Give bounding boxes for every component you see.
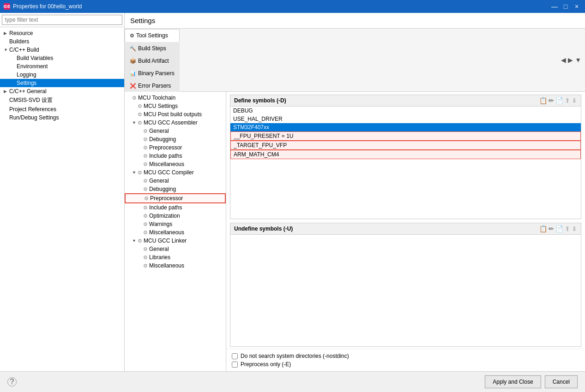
- nav-back-icon[interactable]: ◀: [561, 56, 566, 64]
- tab-build-steps[interactable]: 🔨Build Steps: [125, 42, 180, 54]
- tool-tree-label: Optimization: [149, 213, 180, 219]
- sidebar-item-run-debug[interactable]: Run/Debug Settings: [0, 113, 124, 122]
- tool-tree-item-linker-miscellaneous[interactable]: ⚙ Miscellaneous: [125, 261, 226, 270]
- tab-build-artifact[interactable]: 📦Build Artifact: [125, 54, 180, 67]
- tool-tree-icon: ⚙: [132, 95, 137, 101]
- tab-label: Binary Parsers: [138, 70, 175, 77]
- edit-define-btn[interactable]: ✏: [549, 97, 554, 104]
- undefine-symbols-toolbar: 📋 ✏ 📄 ⬆ ⬇: [539, 225, 577, 232]
- tab-label: Error Parsers: [138, 83, 171, 89]
- sidebar-item-settings[interactable]: Settings: [0, 79, 124, 87]
- tool-tree-item-linker-libraries[interactable]: ⚙ Libraries: [125, 253, 226, 261]
- tab-icon: ❌: [130, 83, 136, 89]
- tool-tree-panel: ⚙ MCU Toolchain ⚙ MCU Settings ⚙ MCU Pos…: [125, 92, 226, 371]
- inner-content: ⚙ MCU Toolchain ⚙ MCU Settings ⚙ MCU Pos…: [125, 92, 585, 371]
- minimize-button[interactable]: —: [550, 3, 559, 10]
- tool-tree-label: MCU GCC Compiler: [144, 169, 194, 176]
- tool-tree-icon: ⚙: [143, 178, 148, 184]
- tool-tree-item-gcc-preprocessor[interactable]: ⚙ Preprocessor: [125, 193, 226, 203]
- help-icon[interactable]: ?: [7, 377, 17, 386]
- undefine-symbols-title: Undefine symbols (-U): [234, 226, 293, 232]
- nav-menu-icon[interactable]: ▼: [575, 56, 581, 64]
- checkbox-preprocess-only[interactable]: [232, 362, 238, 368]
- down-define-btn[interactable]: ⬇: [572, 97, 577, 104]
- tree-container: ▶ Resource Builders ▼ C/C++ Build Build …: [0, 27, 124, 371]
- close-button[interactable]: ×: [572, 3, 581, 10]
- checkbox-no-system-dir[interactable]: [232, 353, 238, 359]
- tool-tree-item-asm-preprocessor[interactable]: ⚙ Preprocessor: [125, 143, 226, 152]
- checkbox-row-preprocess-only: Preprocess only (-E): [232, 360, 579, 368]
- delete-define-btn[interactable]: 📄: [555, 97, 563, 104]
- settings-title: Settings: [125, 13, 585, 29]
- define-item-arm-math-cm4[interactable]: ARM_MATH_CM4: [230, 150, 581, 159]
- tab-binary-parsers[interactable]: 📊Binary Parsers: [125, 67, 180, 79]
- tool-tree-icon: ⚙: [143, 213, 148, 219]
- tool-tree-item-gcc-miscellaneous[interactable]: ⚙ Miscellaneous: [125, 228, 226, 237]
- sidebar-item-cmsis-svd[interactable]: CMSIS-SVD 设置: [0, 95, 124, 105]
- sidebar-item-project-references[interactable]: Project References: [0, 105, 124, 113]
- filter-input[interactable]: [2, 15, 122, 25]
- tool-tree-label: Preprocessor: [150, 195, 183, 202]
- cancel-button[interactable]: Cancel: [545, 375, 578, 388]
- add-undefine-btn[interactable]: 📋: [539, 225, 547, 232]
- define-item-target-fpu-vfp[interactable]: _TARGET_FPU_VFP: [230, 141, 581, 150]
- sidebar-item-cpp-build[interactable]: ▼ C/C++ Build: [0, 46, 124, 54]
- settings-panel: Settings ⚙Tool Settings🔨Build Steps📦Buil…: [125, 13, 585, 371]
- define-item-use-hal-driver[interactable]: USE_HAL_DRIVER: [230, 115, 581, 123]
- tool-tree-item-linker-general[interactable]: ⚙ General: [125, 245, 226, 253]
- tool-tree-icon: ⚙: [143, 263, 148, 269]
- action-buttons: Apply and Close Cancel: [485, 375, 578, 388]
- tree-label: Settings: [17, 80, 36, 86]
- tool-tree-icon: ⚙: [144, 196, 149, 202]
- maximize-button[interactable]: □: [561, 3, 570, 10]
- define-item-debug[interactable]: DEBUG: [230, 107, 581, 115]
- tree-label: Build Variables: [17, 55, 53, 61]
- delete-undefine-btn[interactable]: 📄: [555, 225, 563, 232]
- tool-tree-label: Miscellaneous: [149, 262, 184, 269]
- define-item-stm32f407xx[interactable]: STM32F407xx: [230, 123, 581, 131]
- tab-tool-settings[interactable]: ⚙Tool Settings: [125, 29, 180, 42]
- tool-tree-icon: ⚙: [143, 153, 148, 159]
- tool-tree-icon: ⚙: [143, 186, 148, 192]
- tool-tree-item-mcu-gcc-compiler[interactable]: ▼ ⚙ MCU GCC Compiler: [125, 168, 226, 177]
- tool-tree-item-mcu-post-build[interactable]: ⚙ MCU Post build outputs: [125, 110, 226, 119]
- tab-error-parsers[interactable]: ❌Error Parsers: [125, 79, 180, 92]
- sidebar-item-logging[interactable]: Logging: [0, 71, 124, 79]
- window-title: Properties for 00hello_world: [13, 3, 82, 10]
- sidebar-item-environment[interactable]: Environment: [0, 62, 124, 71]
- tool-tree-item-gcc-debugging[interactable]: ⚙ Debugging: [125, 185, 226, 193]
- tool-tree-icon: ⚙: [138, 170, 142, 176]
- tool-tree-label: MCU Toolchain: [138, 95, 175, 101]
- edit-undefine-btn[interactable]: ✏: [549, 225, 554, 232]
- tool-tree-item-mcu-gcc-linker[interactable]: ▼ ⚙ MCU GCC Linker: [125, 237, 226, 245]
- tool-tree-item-mcu-settings[interactable]: ⚙ MCU Settings: [125, 102, 226, 110]
- tool-tree-item-asm-general[interactable]: ⚙ General: [125, 127, 226, 135]
- define-symbols-list: DEBUGUSE_HAL_DRIVERSTM32F407xx__FPU_PRES…: [230, 107, 581, 219]
- tool-tree-item-asm-include-paths[interactable]: ⚙ Include paths: [125, 152, 226, 160]
- define-item-fpu-present[interactable]: __FPU_PRESENT = 1U: [230, 131, 581, 141]
- down-undefine-btn[interactable]: ⬇: [572, 225, 577, 232]
- tool-tree-item-gcc-general[interactable]: ⚙ General: [125, 177, 226, 185]
- tool-tree-item-mcu-toolchain[interactable]: ⚙ MCU Toolchain: [125, 94, 226, 102]
- tool-tree-item-gcc-warnings[interactable]: ⚙ Warnings: [125, 220, 226, 228]
- tool-tree-item-asm-miscellaneous[interactable]: ⚙ Miscellaneous: [125, 160, 226, 168]
- tool-tree-item-mcu-gcc-assembler[interactable]: ▼ ⚙ MCU GCC Assembler: [125, 119, 226, 127]
- up-undefine-btn[interactable]: ⬆: [565, 225, 570, 232]
- sidebar-item-builders[interactable]: Builders: [0, 37, 124, 46]
- define-symbols-section: Define symbols (-D) 📋 ✏ 📄 ⬆ ⬇ DEBUGUSE_H…: [230, 95, 581, 219]
- tool-tree-item-gcc-optimization[interactable]: ⚙ Optimization: [125, 212, 226, 220]
- up-define-btn[interactable]: ⬆: [565, 97, 570, 104]
- sidebar-item-cpp-general[interactable]: ▶ C/C++ General: [0, 87, 124, 95]
- undefine-symbols-section: Undefine symbols (-U) 📋 ✏ 📄 ⬆ ⬇: [230, 223, 581, 347]
- nav-forward-icon[interactable]: ▶: [568, 56, 573, 64]
- sidebar-item-resource[interactable]: ▶ Resource: [0, 29, 124, 37]
- tool-tree-item-asm-debugging[interactable]: ⚙ Debugging: [125, 135, 226, 143]
- tab-icon: 📊: [130, 71, 136, 77]
- tool-tree-item-gcc-include-paths[interactable]: ⚙ Include paths: [125, 203, 226, 212]
- detail-panel: Define symbols (-D) 📋 ✏ 📄 ⬆ ⬇ DEBUGUSE_H…: [226, 92, 585, 371]
- tab-icon: 🔨: [130, 46, 136, 52]
- tool-tree-label: Preprocessor: [149, 144, 182, 151]
- apply-close-button[interactable]: Apply and Close: [485, 375, 541, 388]
- sidebar-item-build-variables[interactable]: Build Variables: [0, 54, 124, 62]
- add-define-btn[interactable]: 📋: [539, 97, 547, 104]
